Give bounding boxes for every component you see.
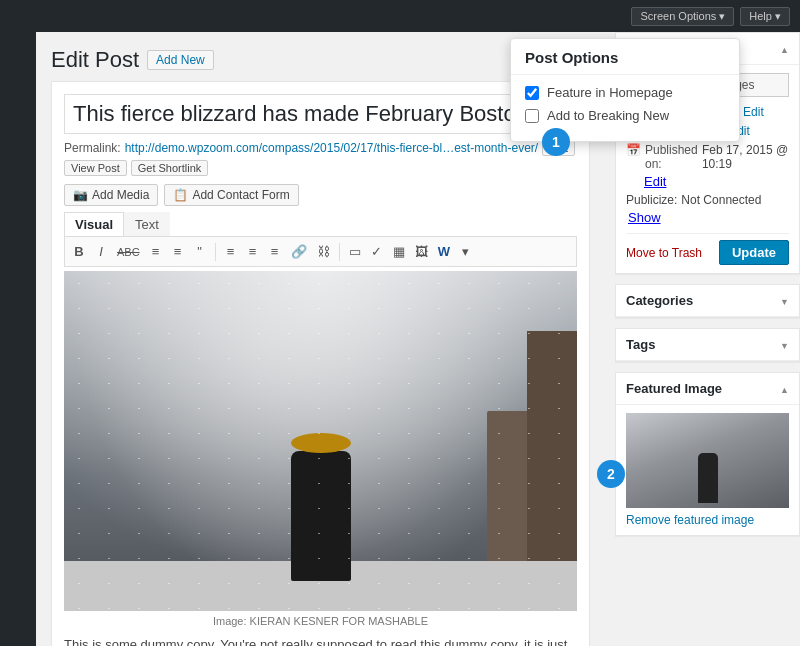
post-options-title: Post Options bbox=[511, 39, 739, 75]
bubble-2: 2 bbox=[597, 460, 625, 488]
body-paragraph-1: This is some dummy copy. You're not real… bbox=[64, 635, 577, 646]
publicize-label: Publicize: bbox=[626, 193, 677, 207]
add-breaking-row: Add to Breaking New bbox=[525, 108, 725, 123]
left-sidebar bbox=[0, 32, 36, 646]
help-button[interactable]: Help ▾ bbox=[740, 7, 790, 26]
publicize-value: Not Connected bbox=[681, 193, 761, 207]
categories-chevron-icon bbox=[780, 293, 789, 308]
status-edit-link[interactable]: Edit bbox=[743, 105, 764, 119]
published-edit-link[interactable]: Edit bbox=[644, 174, 666, 189]
bold-button[interactable]: B bbox=[69, 241, 89, 262]
add-contact-form-button[interactable]: 📋 Add Contact Form bbox=[164, 184, 298, 206]
camera-icon: 📷 bbox=[73, 188, 88, 202]
featured-image-title: Featured Image bbox=[626, 381, 722, 396]
featured-image-thumbnail[interactable] bbox=[626, 413, 789, 508]
unordered-list-button[interactable]: ≡ bbox=[146, 241, 166, 262]
categories-box: Categories bbox=[615, 284, 800, 318]
media-buttons: 📷 Add Media 📋 Add Contact Form bbox=[64, 184, 577, 206]
add-contact-form-label: Add Contact Form bbox=[192, 188, 289, 202]
post-body-text: This is some dummy copy. You're not real… bbox=[64, 635, 577, 646]
tags-box: Tags bbox=[615, 328, 800, 362]
more-toolbar-button[interactable]: ▾ bbox=[456, 241, 476, 262]
featured-image-box-header[interactable]: Featured Image bbox=[616, 373, 799, 405]
editor-tabs: Visual Text bbox=[64, 212, 170, 236]
tags-box-header[interactable]: Tags bbox=[616, 329, 799, 361]
published-row: 📅 Published on: Feb 17, 2015 @ 10:19 bbox=[626, 143, 789, 171]
add-media-button[interactable]: 📷 Add Media bbox=[64, 184, 158, 206]
image-button[interactable]: 🖼 bbox=[411, 241, 432, 262]
add-media-label: Add Media bbox=[92, 188, 149, 202]
tags-title: Tags bbox=[626, 337, 655, 352]
toolbar-separator-1 bbox=[215, 243, 216, 261]
get-shortlink-button[interactable]: Get Shortlink bbox=[131, 160, 209, 176]
abc-button[interactable]: ABC bbox=[113, 243, 144, 261]
tags-chevron-icon bbox=[780, 337, 789, 352]
align-center-button[interactable]: ≡ bbox=[243, 241, 263, 262]
align-right-button[interactable]: ≡ bbox=[265, 241, 285, 262]
ordered-list-button[interactable]: ≡ bbox=[168, 241, 188, 262]
page-title: Edit Post bbox=[51, 47, 139, 73]
published-label: Published on: bbox=[645, 143, 698, 171]
featured-image-person bbox=[698, 453, 718, 503]
permalink-row: Permalink: http://demo.wpzoom.com/compas… bbox=[64, 140, 577, 176]
post-editor: Permalink: http://demo.wpzoom.com/compas… bbox=[51, 81, 590, 646]
featured-image-content: Remove featured image bbox=[616, 405, 799, 535]
publicize-show-link[interactable]: Show bbox=[628, 210, 661, 225]
publicize-row: Publicize: Not Connected bbox=[626, 193, 789, 207]
post-image bbox=[64, 271, 577, 611]
spellcheck-button[interactable]: ✓ bbox=[367, 241, 387, 262]
categories-box-header[interactable]: Categories bbox=[616, 285, 799, 317]
italic-button[interactable]: I bbox=[91, 241, 111, 262]
image-caption: Image: KIERAN KESNER FOR MASHABLE bbox=[64, 615, 577, 627]
update-button[interactable]: Update bbox=[719, 240, 789, 265]
top-bar: Screen Options ▾ Help ▾ bbox=[0, 0, 800, 32]
remove-featured-image-link[interactable]: Remove featured image bbox=[626, 513, 789, 527]
view-post-button[interactable]: View Post bbox=[64, 160, 127, 176]
published-value: Feb 17, 2015 @ 10:19 bbox=[702, 143, 789, 171]
link-button[interactable]: 🔗 bbox=[287, 241, 311, 262]
insert-more-button[interactable]: ▭ bbox=[345, 241, 365, 262]
blockquote-button[interactable]: " bbox=[190, 241, 210, 262]
calendar-icon: 📅 bbox=[626, 143, 641, 157]
feature-homepage-label: Feature in Homepage bbox=[547, 85, 673, 100]
post-image-area: Image: KIERAN KESNER FOR MASHABLE bbox=[64, 271, 577, 627]
toolbar-separator-2 bbox=[339, 243, 340, 261]
tab-text[interactable]: Text bbox=[124, 212, 170, 236]
featured-image-chevron-icon bbox=[780, 381, 789, 396]
tab-visual[interactable]: Visual bbox=[64, 212, 124, 236]
categories-title: Categories bbox=[626, 293, 693, 308]
feature-homepage-checkbox[interactable] bbox=[525, 86, 539, 100]
permalink-url[interactable]: http://demo.wpzoom.com/compass/2015/02/1… bbox=[125, 141, 539, 155]
post-options-overlay: Post Options Feature in Homepage Add to … bbox=[510, 38, 740, 142]
table-button[interactable]: ▦ bbox=[389, 241, 409, 262]
publish-chevron-icon bbox=[780, 41, 789, 56]
align-left-button[interactable]: ≡ bbox=[221, 241, 241, 262]
form-icon: 📋 bbox=[173, 188, 188, 202]
featured-image-box: Featured Image Remove featured image bbox=[615, 372, 800, 536]
screen-options-button[interactable]: Screen Options ▾ bbox=[631, 7, 734, 26]
move-trash-row: Move to Trash Update bbox=[626, 233, 789, 265]
editor-toolbar: B I ABC ≡ ≡ " ≡ ≡ ≡ 🔗 ⛓ ▭ ✓ ▦ 🖼 W ▾ bbox=[64, 237, 577, 267]
bubble-1: 1 bbox=[542, 128, 570, 156]
post-title-input[interactable] bbox=[64, 94, 577, 134]
feature-homepage-row: Feature in Homepage bbox=[525, 85, 725, 100]
add-breaking-label: Add to Breaking New bbox=[547, 108, 669, 123]
add-new-button[interactable]: Add New bbox=[147, 50, 214, 70]
add-breaking-checkbox[interactable] bbox=[525, 109, 539, 123]
move-to-trash-link[interactable]: Move to Trash bbox=[626, 246, 702, 260]
word-button[interactable]: W bbox=[434, 241, 454, 262]
permalink-label: Permalink: bbox=[64, 141, 121, 155]
unlink-button[interactable]: ⛓ bbox=[313, 241, 334, 262]
